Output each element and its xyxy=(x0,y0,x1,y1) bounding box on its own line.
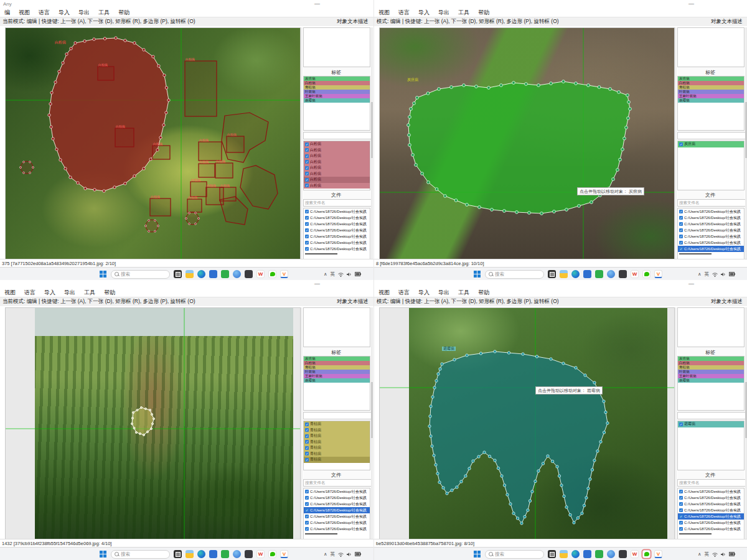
menu-item[interactable]: 导入 xyxy=(414,9,434,17)
label-item[interactable]: 叶斑病 xyxy=(304,370,370,374)
label-item[interactable]: 芝麻叶斑病 xyxy=(304,374,370,378)
checkbox-icon[interactable]: ✓ xyxy=(305,166,309,170)
checkbox-icon[interactable]: ✓ xyxy=(305,490,309,493)
file-search-input[interactable]: 搜索文件名 xyxy=(677,199,746,207)
object-item[interactable]: ✓白粉病 xyxy=(304,177,370,183)
menu-item[interactable]: 导出 xyxy=(434,9,454,17)
wps-icon[interactable]: W xyxy=(631,550,639,558)
label-search-input[interactable] xyxy=(303,412,372,419)
object-item[interactable]: ✓白粉病 xyxy=(304,171,370,177)
qq-icon[interactable] xyxy=(233,270,241,278)
file-item[interactable]: ✓C:/Users/18726/Desktop/社会实践 xyxy=(678,495,744,501)
edge-browser-icon[interactable] xyxy=(571,550,580,558)
object-item[interactable]: ✓青枯病 xyxy=(304,427,370,434)
tray-indicator[interactable]: ∧ xyxy=(698,271,702,277)
label-item[interactable]: 青枯病 xyxy=(678,365,744,370)
menu-item[interactable]: 导入 xyxy=(40,289,60,297)
checkbox-icon[interactable]: ✓ xyxy=(679,228,683,232)
label-item[interactable]: 炭疽病 xyxy=(678,77,744,81)
mail-app-icon[interactable] xyxy=(583,270,591,278)
checkbox-icon[interactable]: ✓ xyxy=(679,502,683,506)
windows-start-button[interactable] xyxy=(100,271,107,278)
green-app-icon[interactable] xyxy=(595,550,603,558)
tray-indicator[interactable]: 英 xyxy=(705,271,710,278)
checkbox-icon[interactable]: ✓ xyxy=(305,515,309,518)
taskbar-search-input[interactable]: 搜索 xyxy=(485,270,544,279)
taskbar-search-input[interactable]: 搜索 xyxy=(111,270,170,279)
minimize-button[interactable]: — xyxy=(688,280,694,288)
qq-icon[interactable] xyxy=(607,550,615,558)
checkbox-icon[interactable]: ✓ xyxy=(305,422,309,426)
menu-item[interactable]: 导出 xyxy=(74,9,94,17)
checkbox-icon[interactable]: ✓ xyxy=(679,142,683,146)
checkbox-icon[interactable]: ✓ xyxy=(305,446,309,450)
menu-item[interactable]: 语言 xyxy=(394,289,414,297)
menu-item[interactable]: 工具 xyxy=(80,289,100,297)
menu-item[interactable]: 工具 xyxy=(94,9,114,17)
file-item[interactable]: ✓C:/Users/18726/Desktop/社会实践 xyxy=(678,240,744,246)
object-item[interactable]: ✓青枯病 xyxy=(304,445,370,451)
menu-item[interactable]: 视图 xyxy=(374,9,394,17)
dark-app-icon[interactable] xyxy=(619,550,627,558)
image-canvas[interactable] xyxy=(5,307,301,540)
object-item[interactable]: ✓白粉病 xyxy=(304,153,370,159)
object-item[interactable]: ✓青枯病 xyxy=(304,421,370,427)
dark-app-icon[interactable] xyxy=(619,270,627,278)
checkbox-icon[interactable]: ✓ xyxy=(305,521,309,525)
task-view-icon[interactable] xyxy=(548,270,556,278)
checkbox-icon[interactable]: ✓ xyxy=(679,521,683,525)
checkbox-icon[interactable]: ✓ xyxy=(679,210,683,213)
file-item[interactable]: ✓C:/Users/18726/Desktop/社会实践 xyxy=(678,526,744,532)
checkbox-icon[interactable]: ✓ xyxy=(305,154,309,158)
wechat-icon[interactable] xyxy=(268,270,276,278)
file-explorer-icon[interactable] xyxy=(186,270,194,278)
checkbox-icon[interactable]: ✓ xyxy=(305,496,309,500)
wechat-icon[interactable] xyxy=(268,550,276,558)
checkbox-icon[interactable]: ✓ xyxy=(305,527,309,531)
sidebar-scrollbar[interactable] xyxy=(371,307,373,539)
tray-indicator[interactable]: 英 xyxy=(705,551,710,558)
checkbox-icon[interactable]: ✓ xyxy=(305,210,309,213)
dark-app-icon[interactable] xyxy=(245,550,253,558)
checkbox-icon[interactable]: ✓ xyxy=(305,428,309,432)
tray-indicator[interactable]: ∧ xyxy=(698,551,702,557)
tray-indicator[interactable]: 英 xyxy=(331,551,336,558)
label-item[interactable]: 青枯病 xyxy=(304,365,370,370)
label-item[interactable]: 白粉病 xyxy=(678,81,744,85)
file-item[interactable]: ✓C:/Users/18726/Desktop/社会实践 xyxy=(304,233,370,240)
file-item[interactable]: ✓C:/Users/18726/Desktop/社会实践 xyxy=(304,507,370,513)
label-item[interactable]: 炭疽病 xyxy=(678,357,744,361)
menu-item[interactable]: 视图 xyxy=(374,289,394,297)
checkbox-icon[interactable]: ✓ xyxy=(305,160,309,164)
battery-icon[interactable] xyxy=(355,552,361,556)
menu-item[interactable]: 帮助 xyxy=(114,9,134,17)
menu-item[interactable]: 导出 xyxy=(434,289,454,297)
object-item[interactable]: ✓青枯病 xyxy=(304,451,370,457)
label-item[interactable]: 叶斑病 xyxy=(678,90,744,94)
label-item[interactable]: 芝麻叶斑病 xyxy=(304,94,370,98)
menu-item[interactable]: 编 xyxy=(0,9,14,17)
label-item[interactable]: 叶斑病 xyxy=(678,370,744,374)
checkbox-icon[interactable]: ✓ xyxy=(305,502,309,506)
wps-icon[interactable]: W xyxy=(256,270,265,278)
label-search-input[interactable] xyxy=(677,132,746,139)
checkbox-icon[interactable]: ✓ xyxy=(679,496,683,500)
volume-icon[interactable] xyxy=(721,272,726,277)
checkbox-icon[interactable]: ✓ xyxy=(305,148,309,152)
label-search-input[interactable] xyxy=(677,412,746,419)
object-item[interactable]: ✓白粉病 xyxy=(304,183,370,189)
mail-app-icon[interactable] xyxy=(583,550,591,558)
label-search-input[interactable] xyxy=(303,132,372,139)
file-item[interactable]: ✓C:/Users/18726/Desktop/社会实践 xyxy=(304,246,370,252)
checkbox-icon[interactable]: ✓ xyxy=(305,508,309,512)
checkbox-icon[interactable]: ✓ xyxy=(305,452,309,455)
file-list-hscrollbar[interactable] xyxy=(679,533,712,534)
file-list-hscrollbar[interactable] xyxy=(305,533,337,534)
file-item[interactable]: ✓C:/Users/18726/Desktop/社会实践 xyxy=(678,507,744,513)
file-item[interactable]: ✓C:/Users/18726/Desktop/社会实践 xyxy=(678,227,744,233)
v-app-icon[interactable]: V xyxy=(654,550,662,558)
object-item[interactable]: ✓青枯病 xyxy=(304,433,370,439)
taskbar-search-input[interactable]: 搜索 xyxy=(111,550,170,559)
menu-item[interactable]: 帮助 xyxy=(474,9,494,17)
checkbox-icon[interactable]: ✓ xyxy=(305,172,309,175)
